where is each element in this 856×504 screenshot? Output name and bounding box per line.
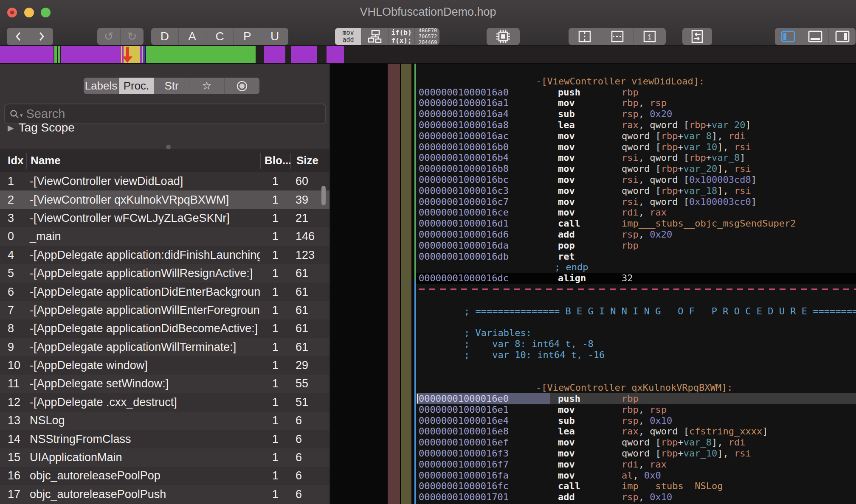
table-row[interactable]: 5-[AppDelegate applicationWillResignActi…: [0, 264, 329, 283]
selected-instruction-line[interactable]: 00000001000016e0pushrbp: [416, 393, 856, 404]
table-row[interactable]: 13NSLog16: [0, 412, 329, 430]
comment-line[interactable]: ; =============== B E G I N N I N G O F …: [416, 306, 856, 317]
table-row[interactable]: 12-[AppDelegate .cxx_destruct]151: [0, 393, 329, 412]
table-row[interactable]: 6-[AppDelegate applicationDidEnterBackgr…: [0, 283, 329, 301]
instruction-line[interactable]: 00000001000016acmovqword [rbp+var_8], rd…: [416, 131, 856, 142]
table-row[interactable]: 7-[AppDelegate applicationWillEnterForeg…: [0, 301, 329, 319]
table-row[interactable]: 9-[AppDelegate applicationWillTerminate:…: [0, 338, 329, 356]
instruction-line[interactable]: 00000001000016bcmovrsi, qword [0x100003c…: [416, 174, 856, 185]
table-row[interactable]: 15UIApplicationMain16: [0, 448, 329, 467]
tab-strings[interactable]: Str: [154, 78, 189, 94]
instruction-line[interactable]: 00000001000016e8learax, qword [cfstring_…: [416, 426, 856, 437]
instruction-line[interactable]: 00000001000016fccallimp___stubs__NSLog: [416, 481, 856, 492]
instruction-line[interactable]: 00000001000016a8learax, qword [rbp+var_2…: [416, 120, 856, 131]
assembly-mode-button[interactable]: mov add: [335, 28, 361, 45]
split-horizontal-button[interactable]: [601, 28, 634, 45]
tab-procedures[interactable]: Proc.: [118, 78, 154, 94]
toggle-bottom-panel-button[interactable]: [802, 28, 829, 45]
instruction-line[interactable]: 00000001000016b4movrsi, qword [rbp+var_8…: [416, 152, 856, 163]
table-row[interactable]: 3-[ViewController wFCwLJyZLaGeSKNr]121: [0, 209, 329, 227]
disassembly-pane[interactable]: -[ViewController viewDidLoad]:0000000100…: [416, 64, 856, 504]
cell-name: -[AppDelegate .cxx_destruct]: [26, 396, 260, 409]
column-header-size[interactable]: Size: [290, 153, 329, 169]
pseudocode-mode-button[interactable]: if(b) f(x);: [388, 28, 414, 45]
instruction-line[interactable]: 00000001000016cemovrdi, rax: [416, 207, 856, 218]
instruction-address: 00000001000016f7: [417, 459, 550, 470]
instruction-line[interactable]: 00000001000016a0pushrbp: [416, 87, 856, 98]
instruction-line[interactable]: 00000001000016b8movqword [rbp+var_20], r…: [416, 163, 856, 174]
instruction-line[interactable]: 00000001000016d6addrsp, 0x20: [416, 229, 856, 240]
table-row[interactable]: 1-[ViewController viewDidLoad]160: [0, 172, 329, 190]
split-vertical-button[interactable]: [569, 28, 601, 45]
view-mode-d-button[interactable]: D: [151, 28, 178, 45]
table-row[interactable]: 17objc_autoreleasePoolPush16: [0, 485, 329, 504]
table-row[interactable]: 2-[ViewController qxKulnokVRpqBXWM]139: [0, 190, 329, 209]
table-row[interactable]: 0_main1146: [0, 227, 329, 246]
back-button[interactable]: [7, 28, 30, 45]
undo-button[interactable]: ↺: [97, 28, 120, 45]
operand-variable: var_18: [684, 185, 717, 196]
tab-favorites[interactable]: ☆: [189, 78, 224, 94]
comment-line[interactable]: ; Variables:: [416, 328, 856, 339]
view-mode-p-button[interactable]: P: [233, 28, 261, 45]
toggle-left-panel-button[interactable]: [775, 28, 802, 45]
instruction-line[interactable]: 00000001000016a1movrbp, rsp: [416, 98, 856, 109]
search-scope-chevron-icon[interactable]: ▾: [20, 112, 23, 118]
instruction-line[interactable]: 00000001000016c3movqword [rbp+var_18], r…: [416, 185, 856, 196]
instruction-line[interactable]: 00000001000016b0movqword [rbp+var_10], r…: [416, 142, 856, 153]
instruction-line[interactable]: 00000001000016dapoprbp: [416, 240, 856, 251]
cpu-button[interactable]: [487, 28, 520, 45]
single-pane-button[interactable]: 1: [633, 28, 666, 45]
column-header-idx[interactable]: Idx: [0, 153, 26, 169]
cfg-mode-button[interactable]: [361, 28, 388, 45]
comment-line[interactable]: ; endp: [416, 262, 856, 273]
table-row[interactable]: 11-[AppDelegate setWindow:]155: [0, 375, 329, 393]
instruction-line[interactable]: 00000001000016d1callimp___stubs__objc_ms…: [416, 218, 856, 229]
toggle-right-panel-button[interactable]: [828, 28, 856, 45]
procedure-table-header[interactable]: Idx Name Blo... Size: [0, 149, 329, 172]
table-row[interactable]: 4-[AppDelegate application:didFinishLaun…: [0, 246, 329, 264]
table-row[interactable]: 8-[AppDelegate applicationDidBecomeActiv…: [0, 319, 329, 338]
cell-size: 61: [290, 286, 329, 299]
instruction-line[interactable]: 00000001000016famoval, 0x0: [416, 470, 856, 481]
table-row[interactable]: 16objc_autoreleasePoolPop16: [0, 467, 329, 485]
instruction-line[interactable]: 0000000100001701addrsp, 0x10: [416, 492, 856, 503]
svg-text:1: 1: [648, 33, 651, 41]
instruction-line[interactable]: 00000001000016efmovqword [rbp+var_8], rd…: [416, 437, 856, 448]
instruction-line[interactable]: 00000001000016dcalign32: [416, 273, 856, 284]
operand-punctuation: +: [678, 142, 683, 152]
table-row[interactable]: 14NSStringFromClass16: [0, 430, 329, 448]
instruction-line[interactable]: 00000001000016f7movrdi, rax: [416, 459, 856, 470]
procedure-label-line[interactable]: -[ViewController viewDidLoad]:: [416, 76, 856, 87]
view-mode-c-button[interactable]: C: [206, 28, 234, 45]
instruction-line[interactable]: 00000001000016a4subrsp, 0x20: [416, 109, 856, 120]
tab-labels[interactable]: Labels: [84, 78, 118, 94]
operand-register: rax: [650, 459, 667, 470]
history-nav-group: [7, 28, 53, 45]
view-mode-a-button[interactable]: A: [178, 28, 206, 45]
instruction-operands: rsi, qword [0x100003cd8]: [622, 174, 757, 185]
comment-line[interactable]: ; var_8: int64_t, -8: [416, 339, 856, 350]
tab-tags[interactable]: [224, 78, 259, 94]
column-header-blocks[interactable]: Blo...: [260, 153, 290, 169]
procedure-label-line[interactable]: -[ViewController qxKulnokVRpqBXWM]:: [416, 382, 856, 393]
comment-line[interactable]: ; var_10: int64_t, -16: [416, 350, 856, 361]
pane-splitter-handle[interactable]: [166, 145, 171, 149]
tag-scope-disclosure[interactable]: ▶ Tag Scope: [8, 120, 75, 135]
instruction-mnemonic: ret: [558, 251, 575, 262]
hex-mode-button[interactable]: 486F70 706572 204469: [414, 28, 439, 45]
sidebar-scrollbar-thumb[interactable]: [321, 186, 326, 205]
instruction-line[interactable]: 00000001000016e1movrbp, rsp: [416, 404, 856, 415]
redo-button[interactable]: ↻: [120, 28, 144, 45]
navigation-minimap[interactable]: [0, 45, 856, 64]
transfer-button[interactable]: [682, 28, 712, 45]
view-mode-u-button[interactable]: U: [261, 28, 288, 45]
column-header-name[interactable]: Name: [26, 153, 260, 169]
instruction-line[interactable]: 00000001000016f3movqword [rbp+var_10], r…: [416, 448, 856, 459]
table-row[interactable]: 10-[AppDelegate window]129: [0, 356, 329, 375]
instruction-line[interactable]: 00000001000016e4subrsp, 0x10: [416, 415, 856, 426]
instruction-line[interactable]: 00000001000016c7movrsi, qword [0x100003c…: [416, 196, 856, 207]
search-input[interactable]: [25, 106, 321, 121]
instruction-line[interactable]: 00000001000016dbret: [416, 251, 856, 262]
forward-button[interactable]: [30, 28, 53, 45]
